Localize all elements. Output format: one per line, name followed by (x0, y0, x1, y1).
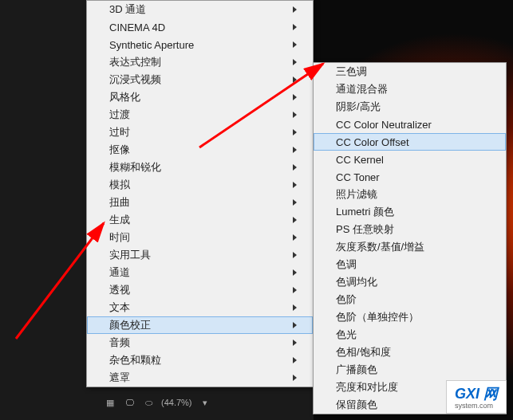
chevron-right-icon (293, 77, 297, 83)
monitor-icon[interactable]: 🖵 (123, 396, 136, 409)
menu-item-channel[interactable]: 通道 (87, 264, 313, 281)
chevron-right-icon (293, 340, 297, 346)
chevron-right-icon (293, 217, 297, 223)
chevron-right-icon (293, 94, 297, 100)
menu-item-keying[interactable]: 抠像 (87, 141, 313, 159)
chevron-right-icon (293, 147, 297, 153)
submenu-item-channel-mixer[interactable]: 通道混合器 (314, 80, 506, 98)
chevron-right-icon (293, 6, 297, 13)
submenu-item-gamma-pedestal-gain[interactable]: 灰度系数/基值/增益 (314, 238, 506, 256)
submenu-item-lumetri-color[interactable]: Lumetri 颜色 (314, 203, 506, 221)
chevron-down-icon[interactable]: ▾ (199, 396, 211, 409)
menu-item-expression-controls[interactable]: 表达式控制 (87, 53, 313, 71)
menu-item-stylize[interactable]: 风格化 (87, 88, 313, 106)
submenu-item-photo-filter[interactable]: 照片滤镜 (314, 186, 506, 203)
chevron-right-icon (293, 129, 297, 135)
chevron-right-icon (293, 357, 297, 363)
menu-item-cinema4d[interactable]: CINEMA 4D (87, 18, 313, 36)
submenu-item-cc-color-neutralizer[interactable]: CC Color Neutralizer (314, 116, 506, 133)
menu-item-immersive-video[interactable]: 沉浸式视频 (87, 71, 313, 88)
chevron-right-icon (293, 182, 297, 188)
menu-item-noise-grain[interactable]: 杂色和颗粒 (87, 351, 313, 369)
chevron-right-icon (293, 112, 297, 118)
menu-item-blur-sharpen[interactable]: 模糊和锐化 (87, 159, 313, 176)
chevron-right-icon (293, 304, 297, 311)
menu-item-color-correction[interactable]: 颜色校正 (87, 316, 313, 334)
submenu-item-ps-arbitrary-map[interactable]: PS 任意映射 (314, 221, 506, 238)
chevron-right-icon (293, 164, 297, 171)
submenu-item-hue-saturation[interactable]: 色相/饱和度 (314, 343, 506, 361)
submenu-item-colorama[interactable]: 色光 (314, 326, 506, 343)
viewer-status-bar: ▦ 🖵 ⬭ (44.7%) ▾ (104, 393, 211, 412)
chevron-right-icon (293, 59, 297, 65)
menu-item-text[interactable]: 文本 (87, 299, 313, 316)
menu-item-distort[interactable]: 扭曲 (87, 194, 313, 211)
submenu-item-cc-color-offset[interactable]: CC Color Offset (314, 133, 506, 151)
submenu-item-equalize[interactable]: 色调均化 (314, 273, 506, 291)
chevron-right-icon (293, 269, 297, 276)
submenu-item-levels-individual[interactable]: 色阶（单独控件） (314, 308, 506, 326)
submenu-item-levels[interactable]: 色阶 (314, 291, 506, 308)
submenu-item-cc-toner[interactable]: CC Toner (314, 168, 506, 186)
menu-item-generate[interactable]: 生成 (87, 211, 313, 229)
snapshot-icon[interactable]: ▦ (104, 396, 116, 409)
menu-item-audio[interactable]: 音频 (87, 334, 313, 351)
menu-item-synthetic-aperture[interactable]: Synthetic Aperture (87, 36, 313, 53)
menu-item-3d-channel[interactable]: 3D 通道 (87, 1, 313, 18)
chevron-right-icon (293, 322, 297, 328)
menu-item-utility[interactable]: 实用工具 (87, 246, 313, 264)
submenu-item-broadcast-colors[interactable]: 广播颜色 (314, 361, 506, 379)
chevron-right-icon (293, 252, 297, 258)
submenu-item-tritone[interactable]: 三色调 (314, 63, 506, 80)
chevron-right-icon (293, 287, 297, 293)
chevron-right-icon (293, 375, 297, 381)
chevron-right-icon (293, 41, 297, 48)
menu-item-obsolete[interactable]: 过时 (87, 124, 313, 141)
menu-item-matte[interactable]: 遮罩 (87, 369, 313, 387)
submenu-item-tint[interactable]: 色调 (314, 256, 506, 273)
menu-item-transition[interactable]: 过渡 (87, 106, 313, 124)
menu-item-simulation[interactable]: 模拟 (87, 176, 313, 194)
chevron-right-icon (293, 24, 297, 30)
effects-main-menu: 3D 通道 CINEMA 4D Synthetic Aperture 表达式控制… (86, 0, 314, 387)
submenu-item-cc-kernel[interactable]: CC Kernel (314, 151, 506, 168)
menu-item-time[interactable]: 时间 (87, 229, 313, 246)
color-correction-submenu: 三色调 通道混合器 阴影/高光 CC Color Neutralizer CC … (313, 62, 507, 414)
watermark-logo: GXI 网 system.com (446, 380, 507, 414)
zoom-level[interactable]: (44.7%) (161, 398, 192, 407)
mask-icon[interactable]: ⬭ (142, 396, 155, 409)
chevron-right-icon (293, 234, 297, 241)
chevron-right-icon (293, 199, 297, 206)
submenu-item-shadow-highlight[interactable]: 阴影/高光 (314, 98, 506, 116)
menu-item-perspective[interactable]: 透视 (87, 281, 313, 299)
